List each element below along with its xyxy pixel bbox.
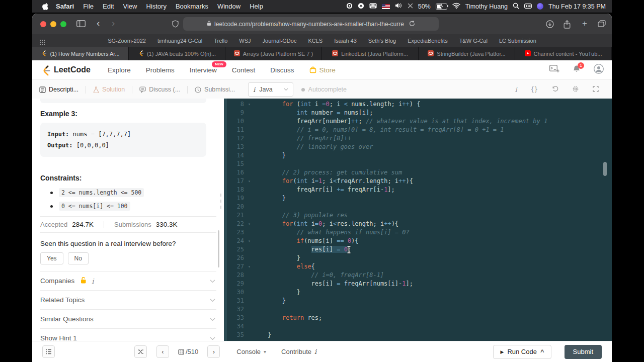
favorites-grid-icon[interactable]	[40, 38, 45, 47]
left-panel-scrollbar[interactable]	[218, 230, 219, 267]
address-bar[interactable]: leetcode.com/problems/how-many-numbers-a…	[183, 17, 439, 31]
info-icon[interactable]: i	[515, 86, 517, 94]
bookmark-item[interactable]: timhuang24 G-Cal	[157, 38, 202, 44]
bookmark-item[interactable]: SG-Zoom-2022	[108, 38, 146, 44]
section-related-topics[interactable]: Related Topics	[40, 290, 216, 309]
spotlight-icon[interactable]	[513, 3, 519, 11]
bookmark-item[interactable]: ExpediaBenefits	[408, 38, 448, 44]
volume-icon[interactable]	[395, 3, 403, 10]
previous-problem-button[interactable]: ‹	[156, 345, 169, 358]
menu-item-view[interactable]: View	[119, 3, 142, 10]
nav-item-discuss[interactable]: Discuss	[270, 66, 294, 74]
menu-item-history[interactable]: History	[141, 3, 171, 10]
privacy-shield-icon[interactable]	[172, 20, 179, 30]
shuffle-button[interactable]	[134, 345, 147, 358]
us-flag-icon[interactable]	[382, 4, 390, 9]
nav-item-explore[interactable]: Explore	[108, 66, 131, 74]
bookmark-item[interactable]: Trello	[214, 38, 227, 44]
section-similar-questions[interactable]: Similar Questions	[40, 309, 216, 328]
menu-item-help[interactable]: Help	[245, 3, 268, 10]
share-icon[interactable]	[564, 20, 571, 31]
back-button[interactable]: ‹	[97, 18, 100, 29]
oracle-favicon	[428, 50, 434, 57]
x-status-icon[interactable]	[408, 3, 413, 10]
reset-code-icon[interactable]	[551, 85, 558, 94]
next-problem-button[interactable]: ›	[207, 345, 220, 358]
format-braces-icon[interactable]: {}	[531, 86, 538, 93]
menu-item-window[interactable]: Window	[213, 3, 245, 10]
menu-item-file[interactable]: File	[78, 3, 98, 10]
app-status-icon[interactable]	[537, 3, 543, 10]
bookmark-item[interactable]: Isaiah 43	[334, 38, 357, 44]
battery-icon[interactable]	[436, 4, 447, 10]
tab-overview-icon[interactable]	[598, 20, 606, 29]
code-editor[interactable]: 8▾ for (int i =0; i < nums.length; i++) …	[224, 99, 612, 341]
zoom-window-button[interactable]	[60, 21, 66, 27]
tab-solution[interactable]: Solution	[86, 80, 132, 99]
settings-gear-icon[interactable]	[572, 85, 579, 94]
line-number: 15	[224, 160, 246, 168]
editor-scrollbar[interactable]	[603, 162, 607, 176]
forward-button[interactable]: ›	[112, 18, 115, 29]
menu-item-bookmarks[interactable]: Bookmarks	[171, 3, 213, 10]
reload-icon[interactable]	[409, 20, 415, 28]
user-name[interactable]: Timothy Huang	[465, 3, 508, 10]
bookmark-item[interactable]: KCLS	[308, 38, 323, 44]
nav-item-problems[interactable]: Problems	[146, 66, 175, 74]
code-text: if(nums[i] == 0){	[253, 237, 359, 244]
tab-submissions[interactable]: Submissi...	[188, 80, 242, 99]
language-select[interactable]: i Java	[248, 82, 293, 97]
section-show-hint-1[interactable]: Show Hint 1	[40, 328, 216, 341]
bookmark-item[interactable]: Seth's Blog	[368, 38, 396, 44]
fullscreen-icon[interactable]	[593, 86, 599, 94]
section-companies[interactable]: Companiesi	[40, 271, 216, 290]
bookmark-item[interactable]: WSJ	[239, 38, 251, 44]
bookmark-item[interactable]: T&W G-Cal	[459, 38, 488, 44]
apple-menu-icon[interactable]	[42, 3, 48, 10]
close-window-button[interactable]	[40, 21, 46, 27]
browser-tab[interactable]: Channel content - YouTub...	[515, 47, 612, 60]
console-button[interactable]: Console ▾	[236, 348, 266, 355]
code-text: }	[253, 152, 286, 159]
playground-icon[interactable]	[549, 65, 559, 75]
play-icon: ▶	[500, 349, 504, 354]
contribute-button[interactable]: Contribute i	[281, 348, 316, 355]
leetcode-logo[interactable]: LeetCode	[40, 64, 91, 76]
minimize-window-button[interactable]	[50, 21, 56, 27]
sidebar-icon[interactable]	[76, 20, 86, 29]
nav-item-interview[interactable]: InterviewNew	[190, 66, 217, 74]
screen-record-icon[interactable]	[346, 3, 353, 11]
tab-description[interactable]: Descripti...	[32, 80, 86, 99]
collapsible-sections: CompaniesiRelated TopicsSimilar Question…	[40, 271, 216, 341]
menu-item-safari[interactable]: Safari	[51, 3, 78, 10]
browser-tab[interactable]: (1) How Many Numbers Ar...	[32, 47, 129, 60]
submit-button[interactable]: Submit	[565, 345, 602, 359]
autocomplete-toggle[interactable]: Autocomplete	[301, 86, 347, 93]
cleanshot-icon[interactable]	[358, 3, 364, 11]
bookmark-item[interactable]: LC Submission	[499, 38, 536, 44]
tab-discuss[interactable]: Discuss (...	[132, 80, 187, 99]
menubar-clock[interactable]: Thu Feb 17 9:35 PM	[548, 3, 606, 10]
language-selected: Java	[259, 86, 272, 93]
browser-tab[interactable]: LinkedList (Java Platform...	[322, 47, 419, 60]
yes-button[interactable]: Yes	[40, 252, 63, 264]
nav-item-store[interactable]: Store	[309, 66, 336, 74]
new-tab-button[interactable]: +	[582, 19, 587, 29]
panel-resize-handle[interactable]	[220, 194, 221, 212]
no-button[interactable]: No	[68, 252, 89, 264]
notifications-bell[interactable]: 1	[573, 65, 581, 75]
browser-tab[interactable]: Arrays (Java Platform SE 7 )	[225, 47, 322, 60]
problem-counter[interactable]: /510	[178, 348, 198, 355]
keyboard-icon[interactable]	[369, 3, 377, 10]
menu-item-edit[interactable]: Edit	[98, 3, 118, 10]
browser-tab[interactable]: StringBuilder (Java Platfor...	[419, 47, 515, 60]
problem-list-button[interactable]	[42, 345, 55, 358]
run-code-button[interactable]: ▶ Run Code ^	[493, 345, 551, 359]
wifi-icon[interactable]	[452, 3, 460, 10]
downloads-icon[interactable]	[546, 20, 554, 30]
bookmark-item[interactable]: Journal-GDoc	[263, 38, 297, 44]
nav-item-contest[interactable]: Contest	[232, 66, 256, 74]
avatar[interactable]	[594, 64, 604, 76]
browser-tab[interactable]: (1) JAVA beats 100% O(n)...	[129, 47, 225, 60]
control-center-icon[interactable]	[524, 3, 532, 10]
